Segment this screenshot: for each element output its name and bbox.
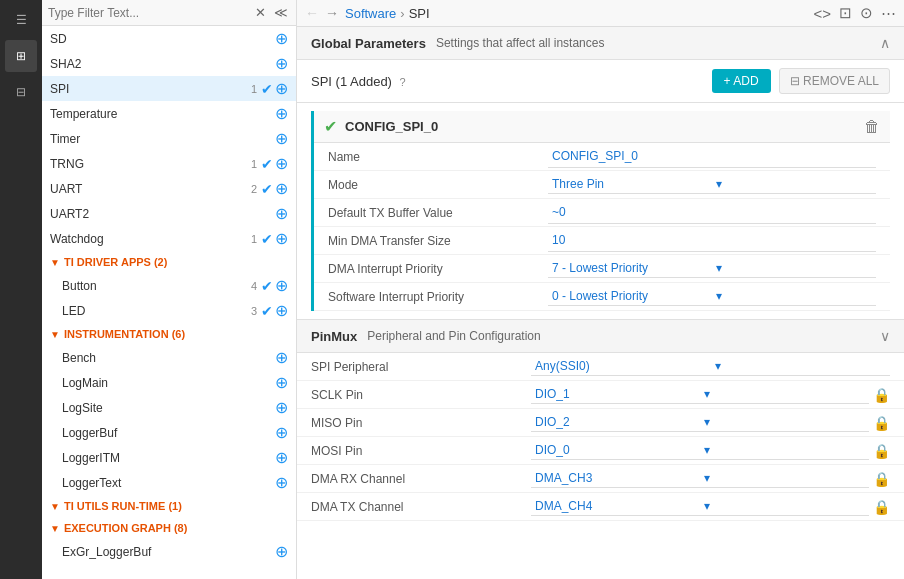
panel-header-icons: ✕ ≪	[253, 4, 290, 21]
add-temp-btn[interactable]: ⊕	[275, 104, 288, 123]
dma-rx-select[interactable]: DMA_CH3 ▾	[531, 469, 869, 488]
section-ti-utils[interactable]: ▼ TI UTILS RUN-TIME (1)	[42, 495, 296, 517]
grid-icon[interactable]: ⊟	[5, 76, 37, 108]
lock-icon[interactable]: 🔒	[873, 387, 890, 403]
list-item[interactable]: ExGr_LoggerBuf ⊕	[42, 539, 296, 564]
history-icon[interactable]: ⊙	[860, 4, 873, 22]
list-item[interactable]: Watchdog 1 ✔ ⊕	[42, 226, 296, 251]
menu-icon[interactable]: ☰	[5, 4, 37, 36]
breadcrumb: Software › SPI	[345, 6, 430, 21]
section-execution-graph[interactable]: ▼ EXECUTION GRAPH (8)	[42, 517, 296, 539]
spi-peripheral-select[interactable]: Any(SSI0) ▾	[531, 357, 890, 376]
add-sd-btn[interactable]: ⊕	[275, 29, 288, 48]
param-row-dma-tx: DMA TX Channel DMA_CH4 ▾ 🔒	[297, 493, 904, 521]
param-row-dma-size: Min DMA Transfer Size 10	[314, 227, 890, 255]
add-bench-btn[interactable]: ⊕	[275, 348, 288, 367]
mosi-select[interactable]: DIO_0 ▾	[531, 441, 869, 460]
breadcrumb-separator: ›	[400, 6, 404, 21]
global-params-header: Global Parameters Settings that affect a…	[297, 27, 904, 60]
param-name-value[interactable]: CONFIG_SPI_0	[548, 146, 876, 168]
panel-header: ✕ ≪	[42, 0, 296, 26]
list-item[interactable]: UART2 ⊕	[42, 201, 296, 226]
collapse-global-icon[interactable]: ∧	[880, 35, 890, 51]
add-logsite-btn[interactable]: ⊕	[275, 398, 288, 417]
back-arrow[interactable]: ←	[305, 5, 319, 21]
param-row-mosi: MOSI Pin DIO_0 ▾ 🔒	[297, 437, 904, 465]
param-row-dma-priority: DMA Interrupt Priority 7 - Lowest Priori…	[314, 255, 890, 283]
list-item[interactable]: Button 4 ✔ ⊕	[42, 273, 296, 298]
sidebar-icons: ☰ ⊞ ⊟	[0, 0, 42, 579]
component-panel: ✕ ≪ SD ⊕ SHA2 ⊕ SPI 1 ✔ ⊕ Temperature ⊕ …	[42, 0, 297, 579]
dma-priority-select[interactable]: 7 - Lowest Priority ▾	[548, 259, 876, 278]
lock-icon[interactable]: 🔒	[873, 471, 890, 487]
breadcrumb-software[interactable]: Software	[345, 6, 396, 21]
add-logmain-btn[interactable]: ⊕	[275, 373, 288, 392]
delete-config-icon[interactable]: 🗑	[864, 118, 880, 136]
list-item[interactable]: Bench ⊕	[42, 345, 296, 370]
add-timer-btn[interactable]: ⊕	[275, 129, 288, 148]
collapse-all-icon[interactable]: ≪	[272, 4, 290, 21]
sclk-select[interactable]: DIO_1 ▾	[531, 385, 869, 404]
panel-list: SD ⊕ SHA2 ⊕ SPI 1 ✔ ⊕ Temperature ⊕ Time…	[42, 26, 296, 579]
list-item[interactable]: Timer ⊕	[42, 126, 296, 151]
add-loggerbuf-btn[interactable]: ⊕	[275, 423, 288, 442]
components-icon[interactable]: ⊞	[5, 40, 37, 72]
add-led-btn[interactable]: ⊕	[275, 301, 288, 320]
add-exgr-btn[interactable]: ⊕	[275, 542, 288, 561]
param-tx-buffer-value[interactable]: ~0	[548, 202, 876, 224]
add-loggeritm-btn[interactable]: ⊕	[275, 448, 288, 467]
check-icon: ✔	[261, 278, 273, 294]
dropdown-arrow-icon: ▾	[700, 385, 869, 403]
list-item[interactable]: UART 2 ✔ ⊕	[42, 176, 296, 201]
check-icon: ✔	[261, 303, 273, 319]
collapse-arrow-icon: ▼	[50, 523, 60, 534]
more-icon[interactable]: ⋯	[881, 4, 896, 22]
forward-arrow[interactable]: →	[325, 5, 339, 21]
config-instance-header: ✔ CONFIG_SPI_0 🗑	[314, 111, 890, 143]
list-item[interactable]: SD ⊕	[42, 26, 296, 51]
breadcrumb-spi: SPI	[409, 6, 430, 21]
add-sha2-btn[interactable]: ⊕	[275, 54, 288, 73]
dropdown-arrow-icon: ▾	[700, 497, 869, 515]
add-uart2-btn[interactable]: ⊕	[275, 204, 288, 223]
chip-icon[interactable]: ⊡	[839, 4, 852, 22]
add-spi-btn[interactable]: ⊕	[275, 79, 288, 98]
add-spi-instance-button[interactable]: + ADD	[712, 69, 771, 93]
list-item[interactable]: LogMain ⊕	[42, 370, 296, 395]
add-loggertext-btn[interactable]: ⊕	[275, 473, 288, 492]
lock-icon[interactable]: 🔒	[873, 415, 890, 431]
param-row-dma-rx: DMA RX Channel DMA_CH3 ▾ 🔒	[297, 465, 904, 493]
add-uart-btn[interactable]: ⊕	[275, 179, 288, 198]
list-item[interactable]: TRNG 1 ✔ ⊕	[42, 151, 296, 176]
collapse-pinmux-icon[interactable]: ∨	[880, 328, 890, 344]
spi-help-icon[interactable]: ?	[400, 76, 406, 88]
section-instrumentation[interactable]: ▼ INSTRUMENTATION (6)	[42, 323, 296, 345]
dma-tx-select[interactable]: DMA_CH4 ▾	[531, 497, 869, 516]
lock-icon[interactable]: 🔒	[873, 443, 890, 459]
list-item[interactable]: LED 3 ✔ ⊕	[42, 298, 296, 323]
lock-icon[interactable]: 🔒	[873, 499, 890, 515]
code-icon[interactable]: <>	[813, 5, 831, 22]
remove-all-button[interactable]: ⊟ REMOVE ALL	[779, 68, 890, 94]
list-item[interactable]: LoggerITM ⊕	[42, 445, 296, 470]
list-item[interactable]: Temperature ⊕	[42, 101, 296, 126]
mode-select[interactable]: Three Pin ▾	[548, 175, 876, 194]
list-item[interactable]: LoggerText ⊕	[42, 470, 296, 495]
dropdown-arrow-icon: ▾	[700, 413, 869, 431]
add-watchdog-btn[interactable]: ⊕	[275, 229, 288, 248]
close-filter-icon[interactable]: ✕	[253, 4, 268, 21]
section-ti-driver-apps[interactable]: ▼ TI DRIVER APPS (2)	[42, 251, 296, 273]
add-trng-btn[interactable]: ⊕	[275, 154, 288, 173]
param-dma-size-value[interactable]: 10	[548, 230, 876, 252]
list-item[interactable]: SHA2 ⊕	[42, 51, 296, 76]
list-item[interactable]: LogSite ⊕	[42, 395, 296, 420]
list-item[interactable]: LoggerBuf ⊕	[42, 420, 296, 445]
config-instance: ✔ CONFIG_SPI_0 🗑 Name CONFIG_SPI_0 Mode …	[311, 111, 890, 311]
list-item-spi[interactable]: SPI 1 ✔ ⊕	[42, 76, 296, 101]
miso-select[interactable]: DIO_2 ▾	[531, 413, 869, 432]
filter-input[interactable]	[48, 6, 249, 20]
sw-priority-select[interactable]: 0 - Lowest Priority ▾	[548, 287, 876, 306]
config-instance-name: CONFIG_SPI_0	[345, 119, 864, 134]
add-button-btn[interactable]: ⊕	[275, 276, 288, 295]
config-check-icon: ✔	[324, 117, 337, 136]
